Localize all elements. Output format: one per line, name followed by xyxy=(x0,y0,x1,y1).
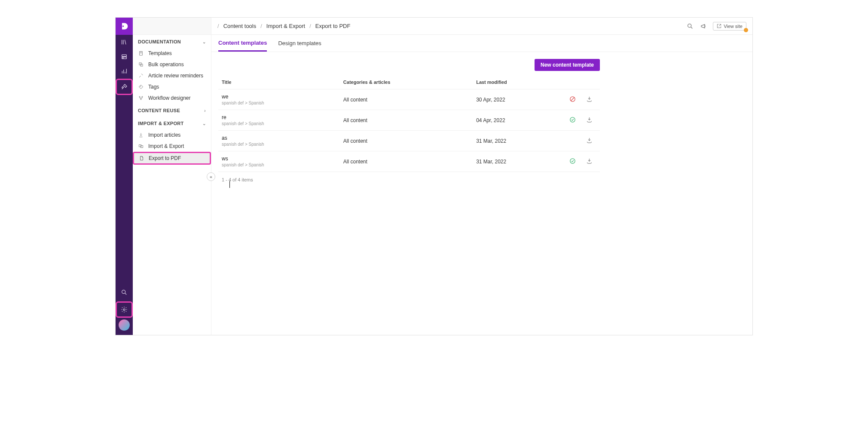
row-modified: 31 Mar, 2022 xyxy=(473,151,565,172)
sidebar-section-documentation[interactable]: DOCUMENTATION ⌄ xyxy=(133,35,211,48)
tools-icon xyxy=(121,83,128,90)
chevron-right-icon: › xyxy=(204,108,206,113)
rail-item-library[interactable] xyxy=(116,35,133,49)
svg-point-9 xyxy=(140,86,141,87)
table-row[interactable]: wsspanish def > SpanishAll content31 Mar… xyxy=(218,151,600,172)
svg-point-10 xyxy=(139,96,140,97)
templates-table: Title Categories & articles Last modifie… xyxy=(218,75,600,172)
rail-search[interactable] xyxy=(116,285,133,300)
row-download-icon[interactable] xyxy=(586,139,593,145)
text-cursor xyxy=(229,181,230,188)
sidebar-item-export-pdf[interactable]: Export to PDF xyxy=(133,152,211,165)
svg-point-12 xyxy=(141,99,141,100)
rail-item-tools[interactable] xyxy=(116,79,133,95)
tab-design-templates[interactable]: Design templates xyxy=(278,36,321,51)
row-sub: spanish def > Spanish xyxy=(222,142,336,147)
sidebar-collapse-button[interactable]: « xyxy=(207,172,215,181)
row-categories: All content xyxy=(340,89,473,110)
th-modified: Last modified xyxy=(473,75,565,89)
search-icon xyxy=(687,23,694,30)
row-status-icon xyxy=(569,137,576,144)
row-download-icon[interactable] xyxy=(586,118,593,124)
svg-point-18 xyxy=(570,159,575,163)
sidebar-item-label: Templates xyxy=(148,50,172,56)
sidebar-item-review[interactable]: Article review reminders xyxy=(133,70,211,81)
rail-settings[interactable] xyxy=(116,301,133,318)
import-icon xyxy=(138,132,144,138)
sidebar-item-label: Export to PDF xyxy=(149,155,181,161)
sidebar-item-label: Article review reminders xyxy=(148,73,203,79)
sidebar-item-label: Import articles xyxy=(148,132,180,138)
sidebar-item-tags[interactable]: Tags xyxy=(133,81,211,92)
breadcrumb-sep: / xyxy=(260,23,262,29)
sidebar-item-import-export[interactable]: Import & Export xyxy=(133,141,211,152)
topbar-search[interactable] xyxy=(685,21,695,31)
topbar-announce[interactable] xyxy=(699,21,709,31)
row-sub: spanish def > Spanish xyxy=(222,101,336,105)
th-status xyxy=(565,75,583,89)
table-row[interactable]: wespanish def > SpanishAll content30 Apr… xyxy=(218,89,600,110)
workflow-icon xyxy=(138,95,144,101)
user-avatar[interactable] xyxy=(119,319,130,331)
row-download-icon[interactable] xyxy=(586,160,593,166)
svg-point-3 xyxy=(123,58,123,58)
row-status-icon xyxy=(569,116,576,123)
template-icon xyxy=(138,50,144,56)
row-modified: 04 Apr, 2022 xyxy=(473,110,565,131)
new-content-template-button[interactable]: New content template xyxy=(535,59,600,71)
row-sub: spanish def > Spanish xyxy=(222,121,336,126)
rail-item-analytics[interactable] xyxy=(116,64,133,79)
logo-icon xyxy=(120,22,128,31)
pager: 1 - 4 of 4 items xyxy=(218,172,600,187)
breadcrumb-sep: / xyxy=(309,23,311,29)
breadcrumb-item[interactable]: Import & Export xyxy=(266,23,305,29)
tag-icon xyxy=(138,84,144,90)
svg-point-0 xyxy=(122,25,124,27)
sidebar-item-import-articles[interactable]: Import articles xyxy=(133,129,211,141)
th-download xyxy=(583,75,600,89)
row-title: as xyxy=(222,135,336,141)
sidebar-section-content-reuse[interactable]: CONTENT REUSE › xyxy=(133,104,211,117)
sidebar-section-import-export[interactable]: IMPORT & EXPORT ⌄ xyxy=(133,117,211,129)
books-icon xyxy=(121,39,128,46)
breadcrumb-item[interactable]: Export to PDF xyxy=(315,23,351,29)
app-frame: DOCUMENTATION ⌄ Templates Bulk operation… xyxy=(115,17,753,335)
row-modified: 30 Apr, 2022 xyxy=(473,89,565,110)
chevron-down-icon: ⌄ xyxy=(202,121,206,126)
svg-point-15 xyxy=(688,24,691,27)
topbar: / Content tools / Import & Export / Expo… xyxy=(211,18,752,35)
app-logo[interactable] xyxy=(116,18,133,35)
pdf-icon xyxy=(138,155,144,161)
row-title: we xyxy=(222,94,336,100)
row-title: ws xyxy=(222,156,336,162)
table-row[interactable]: respanish def > SpanishAll content04 Apr… xyxy=(218,110,600,131)
sidebar-item-label: Tags xyxy=(148,84,159,90)
sidebar-item-label: Bulk operations xyxy=(148,61,184,68)
tab-content-templates[interactable]: Content templates xyxy=(218,35,267,52)
content-body: New content template Title Categories & … xyxy=(211,52,607,194)
view-site-button[interactable]: View site xyxy=(713,22,746,31)
svg-point-11 xyxy=(142,96,143,97)
row-status-icon xyxy=(569,157,576,164)
svg-point-4 xyxy=(122,290,125,294)
breadcrumb-item[interactable]: Content tools xyxy=(223,23,257,29)
section-label: DOCUMENTATION xyxy=(138,39,181,44)
sidebar-item-bulk[interactable]: Bulk operations xyxy=(133,59,211,70)
row-status-icon xyxy=(569,95,576,102)
view-site-label: View site xyxy=(724,24,743,29)
sidebar-item-workflow[interactable]: Workflow designer xyxy=(133,92,211,104)
th-categories: Categories & articles xyxy=(340,75,473,89)
sidebar-project-selector[interactable] xyxy=(133,18,211,35)
rail-item-drive[interactable] xyxy=(116,49,133,64)
row-modified: 31 Mar, 2022 xyxy=(473,131,565,151)
sidebar-item-label: Import & Export xyxy=(148,143,184,149)
sidebar: DOCUMENTATION ⌄ Templates Bulk operation… xyxy=(133,18,211,335)
review-icon xyxy=(138,73,144,79)
row-download-icon[interactable] xyxy=(586,98,593,104)
table-row[interactable]: asspanish def > SpanishAll content31 Mar… xyxy=(218,131,600,151)
row-sub: spanish def > Spanish xyxy=(222,163,336,167)
svg-point-5 xyxy=(123,309,125,310)
sidebar-item-templates[interactable]: Templates xyxy=(133,48,211,59)
breadcrumb-sep: / xyxy=(217,23,219,29)
sidebar-item-label: Workflow designer xyxy=(148,95,190,101)
